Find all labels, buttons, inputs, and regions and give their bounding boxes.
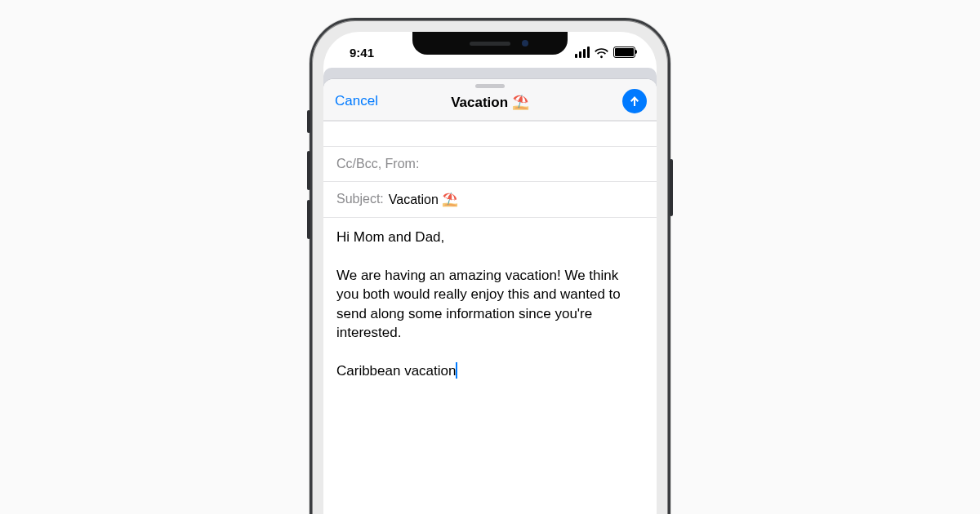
body-current-line: Caribbean vacation [336,363,456,379]
side-button [670,159,673,216]
iphone-device-frame: 9:41 [310,18,670,514]
volume-up-button [307,151,310,190]
notch [412,32,568,55]
cc-bcc-from-label: Cc/Bcc, From: [336,157,419,171]
screen: 9:41 [323,32,657,514]
body-greeting: Hi Mom and Dad, [336,229,444,245]
subject-value: Vacation ⛱️ [389,192,459,207]
battery-icon [613,47,635,58]
sheet-grabber[interactable] [475,84,505,88]
compose-sheet: Cancel Vacation ⛱️ Cc/Bcc, From: [323,79,657,514]
subject-label: Subject: [336,192,384,207]
mute-switch [307,110,310,133]
compose-nav: Cancel Vacation ⛱️ [323,79,657,121]
arrow-up-icon [628,95,641,108]
cellular-signal-icon [575,47,590,58]
compose-title: Vacation ⛱️ [451,94,529,111]
status-time: 9:41 [341,41,374,60]
send-button[interactable] [622,89,647,113]
subject-row[interactable]: Subject: Vacation ⛱️ [323,182,657,218]
wifi-icon [595,47,608,58]
email-body[interactable]: Hi Mom and Dad, We are having an amazing… [323,218,657,514]
cc-bcc-from-row[interactable]: Cc/Bcc, From: [323,147,657,182]
volume-down-button [307,200,310,239]
to-field-row[interactable] [323,121,657,147]
cancel-button[interactable]: Cancel [335,93,378,109]
text-cursor [456,362,457,379]
body-paragraph: We are having an amazing vacation! We th… [336,268,625,340]
